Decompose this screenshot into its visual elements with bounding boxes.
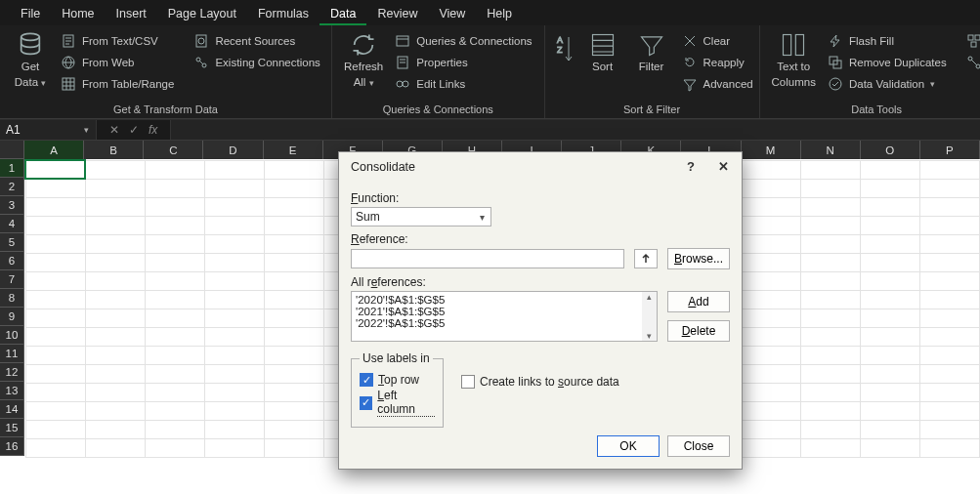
- collapse-dialog-button[interactable]: [634, 249, 658, 268]
- cell[interactable]: [741, 383, 800, 401]
- cell[interactable]: [800, 216, 860, 234]
- from-table-range-button[interactable]: From Table/Range: [55, 74, 180, 94]
- cell[interactable]: [264, 234, 323, 253]
- cell[interactable]: [85, 346, 145, 364]
- properties-button[interactable]: Properties: [389, 53, 537, 72]
- cell[interactable]: [741, 420, 800, 438]
- cell[interactable]: [860, 253, 919, 271]
- cell[interactable]: [919, 234, 979, 253]
- tab-home[interactable]: Home: [51, 2, 105, 25]
- cell[interactable]: [860, 271, 919, 290]
- cell[interactable]: [204, 253, 264, 271]
- cell[interactable]: [860, 327, 919, 346]
- cell[interactable]: [25, 179, 85, 197]
- scroll-down-icon[interactable]: ▾: [642, 331, 657, 341]
- browse-button[interactable]: Browse...: [667, 248, 730, 269]
- list-item[interactable]: '2021'!$A$1:$G$5: [356, 306, 653, 317]
- formula-input[interactable]: [171, 120, 980, 140]
- col-header[interactable]: C: [144, 141, 203, 159]
- cell[interactable]: [741, 309, 800, 327]
- cell[interactable]: [860, 438, 919, 457]
- queries-connections-button[interactable]: Queries & Connections: [389, 31, 537, 51]
- cell[interactable]: [741, 234, 800, 253]
- cell[interactable]: [85, 216, 145, 234]
- cell[interactable]: [264, 383, 323, 401]
- cell[interactable]: [741, 401, 800, 420]
- cell[interactable]: [204, 364, 264, 383]
- cell[interactable]: [919, 160, 979, 179]
- cell[interactable]: [800, 290, 860, 309]
- cell[interactable]: [145, 309, 204, 327]
- col-header[interactable]: D: [203, 141, 263, 159]
- cell[interactable]: [800, 160, 860, 179]
- cell[interactable]: [919, 383, 979, 401]
- cell[interactable]: [264, 401, 323, 420]
- cell[interactable]: [919, 438, 979, 457]
- tab-formulas[interactable]: Formulas: [247, 2, 320, 25]
- cell[interactable]: [145, 438, 204, 457]
- col-header[interactable]: M: [742, 141, 801, 159]
- cell[interactable]: [264, 327, 323, 346]
- cell[interactable]: [860, 309, 919, 327]
- cell[interactable]: [204, 327, 264, 346]
- name-box[interactable]: ▾: [0, 120, 96, 140]
- row-headers[interactable]: 12345678910111213141516: [0, 159, 24, 456]
- recent-sources-button[interactable]: Recent Sources: [188, 31, 325, 51]
- cell[interactable]: [25, 438, 85, 457]
- cell[interactable]: [264, 309, 323, 327]
- col-header[interactable]: A: [24, 141, 84, 159]
- row-header[interactable]: 13: [0, 382, 24, 400]
- cell[interactable]: [145, 364, 204, 383]
- col-header[interactable]: P: [920, 141, 980, 159]
- top-row-checkbox[interactable]: ✓: [360, 373, 373, 387]
- name-box-caret-icon[interactable]: ▾: [76, 120, 96, 140]
- cell[interactable]: [860, 383, 919, 401]
- cell[interactable]: [800, 197, 860, 216]
- col-header[interactable]: E: [264, 141, 323, 159]
- ok-button[interactable]: OK: [597, 435, 660, 457]
- advanced-button[interactable]: Advanced: [676, 74, 759, 94]
- cell[interactable]: [85, 290, 145, 309]
- cell[interactable]: [860, 290, 919, 309]
- delete-button[interactable]: Delete: [667, 320, 730, 342]
- cell[interactable]: [919, 197, 979, 216]
- cell[interactable]: [860, 234, 919, 253]
- cell[interactable]: [145, 253, 204, 271]
- cell[interactable]: [741, 327, 800, 346]
- flash-fill-button[interactable]: Flash Fill: [822, 31, 953, 51]
- cell[interactable]: [25, 290, 85, 309]
- remove-duplicates-button[interactable]: Remove Duplicates: [822, 53, 953, 72]
- scrollbar[interactable]: ▴▾: [642, 292, 657, 341]
- cell[interactable]: [204, 234, 264, 253]
- cell[interactable]: [800, 234, 860, 253]
- col-header[interactable]: O: [861, 141, 920, 159]
- cell[interactable]: [25, 253, 85, 271]
- cell[interactable]: [860, 179, 919, 197]
- cell[interactable]: [85, 197, 145, 216]
- left-column-checkbox[interactable]: ✓: [360, 396, 372, 410]
- tab-help[interactable]: Help: [476, 2, 523, 25]
- row-header[interactable]: 8: [0, 289, 24, 308]
- cell[interactable]: [264, 438, 323, 457]
- cell[interactable]: [145, 420, 204, 438]
- tab-data[interactable]: Data: [320, 2, 366, 25]
- reference-input[interactable]: [351, 249, 624, 268]
- from-web-button[interactable]: From Web: [55, 53, 180, 72]
- row-header[interactable]: 6: [0, 252, 24, 270]
- cell[interactable]: [145, 234, 204, 253]
- row-header[interactable]: 3: [0, 196, 24, 215]
- cell[interactable]: [85, 179, 145, 197]
- cell[interactable]: [145, 160, 204, 179]
- cell[interactable]: [25, 420, 85, 438]
- dialog-close-button[interactable]: ✕: [718, 160, 732, 174]
- cell[interactable]: [145, 197, 204, 216]
- cell[interactable]: [85, 327, 145, 346]
- cell[interactable]: [264, 253, 323, 271]
- cell[interactable]: [860, 346, 919, 364]
- accept-formula-icon[interactable]: ✓: [124, 123, 144, 137]
- cell[interactable]: [204, 309, 264, 327]
- cell[interactable]: [204, 401, 264, 420]
- cell[interactable]: [264, 216, 323, 234]
- row-header[interactable]: 14: [0, 400, 24, 419]
- cell[interactable]: [85, 234, 145, 253]
